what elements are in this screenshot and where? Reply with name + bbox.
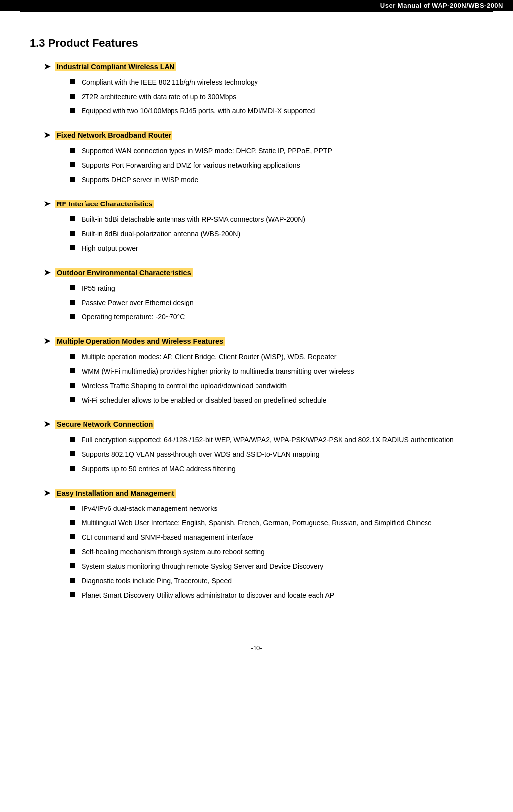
bullet-text: Operating temperature: -20~70°C [82,312,185,322]
list-item: Wi-Fi scheduler allows to be enabled or … [70,395,483,406]
bullet-text: Diagnostic tools include Ping, Tracerout… [82,576,232,586]
list-item: IPv4/IPv6 dual-stack management networks [70,504,483,514]
bullet-icon [70,383,75,388]
feature-section-outdoor: ➤Outdoor Environmental CharacteristicsIP… [30,268,483,322]
bullet-text: Passive Power over Ethernet design [82,298,194,308]
list-item: High output power [70,243,483,254]
features-container: ➤Industrial Compliant Wireless LANCompli… [30,62,483,601]
feature-heading-easy-install: ➤Easy Installation and Management [44,488,483,498]
main-content: 1.3 Product Features ➤Industrial Complia… [0,22,513,634]
list-item: Supports DHCP server in WISP mode [70,175,483,185]
bullet-icon [70,397,75,402]
bullet-text: Compliant with the IEEE 802.11b/g/n wire… [82,77,258,88]
bullet-list-secure-network: Full encryption supported: 64-/128-/152-… [70,435,483,474]
bullet-icon [70,549,75,554]
bullet-text: Built-in 8dBi dual-polarization antenna … [82,229,240,239]
feature-section-fixed-network: ➤Fixed Network Broadband RouterSupported… [30,130,483,185]
bullet-icon [70,354,75,359]
list-item: Wireless Traffic Shaping to control the … [70,381,483,391]
bullet-icon [70,314,75,319]
bullet-icon [70,520,75,525]
bullet-text: Wi-Fi scheduler allows to be enabled or … [82,395,327,406]
page-number: -10- [251,644,262,652]
bullet-text: Full encryption supported: 64-/128-/152-… [82,435,454,445]
bullet-list-rf-interface: Built-in 5dBi detachable antennas with R… [70,214,483,254]
list-item: Supports Port Forwarding and DMZ for var… [70,160,483,171]
list-item: WMM (Wi-Fi multimedia) provides higher p… [70,366,483,377]
list-item: CLI command and SNMP-based management in… [70,532,483,543]
bullet-text: Supports DHCP server in WISP mode [82,175,198,185]
feature-heading-industrial: ➤Industrial Compliant Wireless LAN [44,62,483,71]
list-item: Planet Smart Discovery Utility allows ad… [70,590,483,601]
bullet-list-multiple-modes: Multiple operation modes: AP, Client Bri… [70,352,483,406]
list-item: Diagnostic tools include Ping, Tracerout… [70,576,483,586]
arrow-icon: ➤ [44,419,50,429]
bullet-text: Self-healing mechanism through system au… [82,547,265,557]
feature-heading-fixed-network: ➤Fixed Network Broadband Router [44,130,483,140]
header-divider [20,11,493,12]
feature-section-secure-network: ➤Secure Network ConnectionFull encryptio… [30,419,483,474]
bullet-icon [70,451,75,456]
bullet-icon [70,216,75,221]
bullet-icon [70,285,75,290]
feature-section-multiple-modes: ➤Multiple Operation Modes and Wireless F… [30,336,483,406]
bullet-list-outdoor: IP55 ratingPassive Power over Ethernet d… [70,283,483,322]
arrow-icon: ➤ [44,62,50,71]
arrow-icon: ➤ [44,130,50,140]
feature-heading-text: Secure Network Connection [55,420,154,429]
bullet-text: Supports Port Forwarding and DMZ for var… [82,160,300,171]
bullet-text: High output power [82,243,138,254]
bullet-text: Equipped with two 10/100Mbps RJ45 ports,… [82,106,315,116]
bullet-icon [70,592,75,597]
bullet-icon [70,506,75,510]
list-item: Equipped with two 10/100Mbps RJ45 ports,… [70,106,483,116]
feature-heading-text: RF Interface Characteristics [55,200,154,208]
bullet-icon [70,108,75,113]
bullet-text: Supports up to 50 entries of MAC address… [82,464,236,474]
feature-section-rf-interface: ➤RF Interface CharacteristicsBuilt-in 5d… [30,199,483,254]
bullet-text: Planet Smart Discovery Utility allows ad… [82,590,334,601]
bullet-icon [70,300,75,304]
bullet-text: IPv4/IPv6 dual-stack management networks [82,504,217,514]
list-item: Built-in 8dBi dual-polarization antenna … [70,229,483,239]
bullet-text: Supported WAN connection types in WISP m… [82,146,332,156]
list-item: IP55 rating [70,283,483,294]
list-item: Multiple operation modes: AP, Client Bri… [70,352,483,362]
arrow-icon: ➤ [44,268,50,277]
list-item: Passive Power over Ethernet design [70,298,483,308]
bullet-text: CLI command and SNMP-based management in… [82,532,253,543]
page-header: User Manual of WAP-200N/WBS-200N [0,0,513,11]
feature-heading-text: Fixed Network Broadband Router [55,131,172,140]
bullet-text: Multilingual Web User Interface: English… [82,518,432,528]
feature-heading-outdoor: ➤Outdoor Environmental Characteristics [44,268,483,277]
arrow-icon: ➤ [44,336,50,346]
bullet-list-fixed-network: Supported WAN connection types in WISP m… [70,146,483,185]
feature-heading-multiple-modes: ➤Multiple Operation Modes and Wireless F… [44,336,483,346]
bullet-text: Multiple operation modes: AP, Client Bri… [82,352,337,362]
bullet-icon [70,162,75,167]
bullet-text: 2T2R architecture with data rate of up t… [82,92,236,102]
bullet-text: Wireless Traffic Shaping to control the … [82,381,287,391]
bullet-icon [70,563,75,568]
bullet-icon [70,578,75,583]
bullet-text: System status monitoring through remote … [82,561,323,572]
feature-heading-text: Industrial Compliant Wireless LAN [55,62,176,71]
bullet-icon [70,231,75,236]
feature-heading-text: Multiple Operation Modes and Wireless Fe… [55,337,225,346]
page-title: 1.3 Product Features [30,37,483,50]
bullet-icon [70,368,75,373]
list-item: Supported WAN connection types in WISP m… [70,146,483,156]
bullet-icon [70,148,75,153]
arrow-icon: ➤ [44,199,50,208]
bullet-icon [70,177,75,182]
list-item: Self-healing mechanism through system au… [70,547,483,557]
bullet-icon [70,245,75,250]
feature-section-industrial: ➤Industrial Compliant Wireless LANCompli… [30,62,483,116]
feature-heading-text: Outdoor Environmental Characteristics [55,268,193,277]
bullet-list-industrial: Compliant with the IEEE 802.11b/g/n wire… [70,77,483,116]
list-item: Multilingual Web User Interface: English… [70,518,483,528]
arrow-icon: ➤ [44,488,50,498]
bullet-text: Supports 802.1Q VLAN pass-through over W… [82,449,320,460]
bullet-icon [70,79,75,84]
list-item: Built-in 5dBi detachable antennas with R… [70,214,483,225]
